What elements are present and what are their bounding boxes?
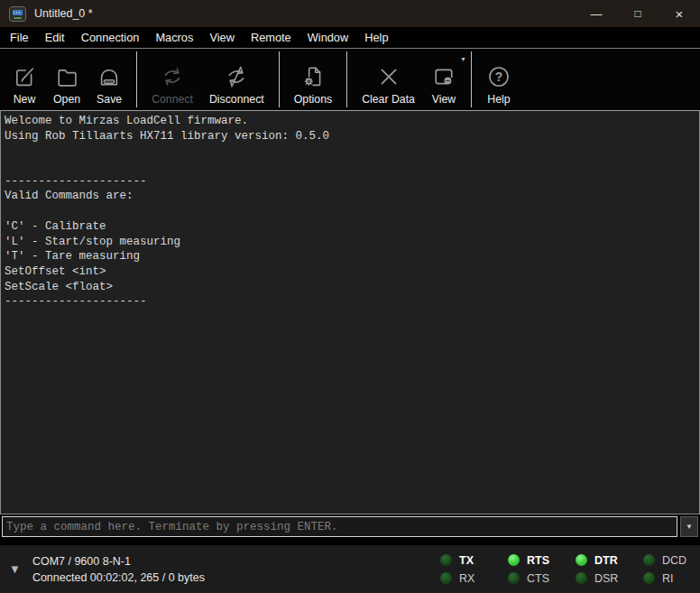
command-input[interactable]	[2, 516, 677, 537]
terminal-line: Valid Commands are:	[5, 189, 695, 204]
rts-indicator: RTS	[508, 554, 554, 567]
terminal-line: 'C' - Calibrate	[5, 219, 695, 235]
rx-led	[440, 572, 452, 584]
dsr-indicator: DSR	[576, 572, 622, 585]
port-settings-text: COM7 / 9600 8-N-1	[32, 553, 440, 570]
app-icon	[9, 6, 26, 22]
view-button[interactable]: ▼ View	[423, 51, 465, 108]
menu-bar: File Edit Connection Macros View Remote …	[0, 27, 700, 49]
tx-led	[440, 554, 452, 566]
open-folder-icon	[54, 61, 79, 92]
status-expander-icon[interactable]: ▼	[9, 562, 21, 576]
dtr-led	[576, 554, 587, 566]
terminal-line: 'L' - Start/stop measuring	[5, 235, 695, 250]
dcd-led	[643, 554, 655, 566]
clear-data-x-icon	[376, 61, 401, 92]
menu-file[interactable]: File	[2, 27, 37, 48]
connect-icon	[160, 61, 185, 92]
options-button[interactable]: Options	[286, 51, 340, 108]
ri-led	[643, 572, 655, 584]
terminal-line: ---------------------	[5, 294, 695, 310]
svg-text:?: ?	[495, 69, 503, 84]
terminal-line	[5, 159, 695, 174]
menu-connection[interactable]: Connection	[73, 27, 148, 48]
connection-info-text: Connected 00:02:02, 265 / 0 bytes	[32, 570, 440, 586]
dcd-indicator: DCD	[643, 554, 689, 567]
disconnect-button[interactable]: Disconnect	[201, 51, 272, 108]
serial-indicator-grid: TX RX RTS CTS DTR DSR	[440, 554, 689, 585]
help-button[interactable]: ? Help	[478, 51, 520, 108]
terminal-line	[5, 144, 695, 159]
terminal-line	[5, 204, 695, 219]
view-dropdown-caret-icon[interactable]: ▼	[460, 56, 466, 62]
help-question-icon: ?	[486, 61, 511, 92]
maximize-button[interactable]: □	[617, 0, 659, 27]
rts-led	[508, 554, 520, 566]
connect-button[interactable]: Connect	[143, 51, 201, 108]
disconnect-icon	[224, 61, 249, 92]
close-button[interactable]: ×	[659, 0, 700, 27]
toolbar-separator	[471, 51, 472, 107]
dtr-indicator: DTR	[576, 554, 622, 567]
menu-help[interactable]: Help	[356, 27, 396, 48]
menu-macros[interactable]: Macros	[147, 27, 201, 48]
terminal-line: Welcome to Mirzas LoadCell firmware.	[5, 114, 695, 129]
command-row: ▼	[0, 514, 700, 539]
new-button[interactable]: New	[4, 51, 45, 108]
cts-indicator: CTS	[508, 572, 554, 585]
title-bar: Untitled_0 * — □ ×	[0, 0, 700, 27]
cts-led	[508, 572, 520, 584]
save-button[interactable]: Save	[88, 51, 130, 108]
minimize-button[interactable]: —	[576, 0, 617, 27]
connection-status: COM7 / 9600 8-N-1 Connected 00:02:02, 26…	[32, 553, 440, 586]
dropdown-caret-icon: ▼	[686, 523, 693, 531]
terminal-line: SetOffset <int>	[5, 264, 695, 280]
toolbar: New Open Save	[0, 49, 700, 110]
ri-indicator: RI	[643, 572, 689, 585]
dsr-led	[576, 572, 587, 584]
options-gear-document-icon	[300, 61, 326, 92]
status-bar: ▼ COM7 / 9600 8-N-1 Connected 00:02:02, …	[0, 545, 700, 593]
terminal-line: ---------------------	[5, 174, 695, 190]
terminal-line: SetScale <float>	[5, 280, 695, 295]
new-document-icon	[12, 61, 37, 92]
toolbar-separator	[136, 51, 137, 107]
rx-indicator: RX	[440, 572, 486, 585]
command-history-button[interactable]: ▼	[680, 516, 698, 537]
menu-window[interactable]: Window	[299, 27, 357, 48]
window-title: Untitled_0 *	[34, 7, 93, 20]
terminal-output: Welcome to Mirzas LoadCell firmware. Usi…	[0, 110, 700, 514]
view-window-icon	[431, 61, 456, 92]
save-drive-icon	[97, 61, 122, 92]
status-gap	[0, 539, 700, 545]
clear-data-button[interactable]: Clear Data	[354, 51, 423, 108]
terminal-line: 'T' - Tare measuring	[5, 249, 695, 264]
app-window: Untitled_0 * — □ × File Edit Connection …	[0, 0, 700, 593]
toolbar-separator	[279, 51, 280, 107]
menu-remote[interactable]: Remote	[243, 27, 299, 48]
toolbar-separator	[346, 51, 347, 107]
open-button[interactable]: Open	[45, 51, 88, 108]
menu-edit[interactable]: Edit	[37, 27, 73, 48]
tx-indicator: TX	[440, 554, 486, 567]
terminal-line: Using Rob Tillaarts HX711 library versio…	[5, 129, 695, 144]
menu-view[interactable]: View	[201, 27, 243, 48]
